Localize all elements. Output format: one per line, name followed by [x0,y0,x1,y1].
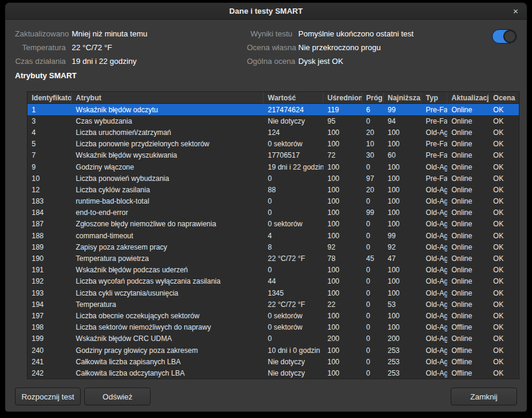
cell-type: Old-Age [421,219,447,230]
column-header-id[interactable]: Identyfikator [27,92,72,103]
cell-assessment: OK [489,161,519,173]
cell-type: Old-Age [421,333,447,345]
cell-assessment: OK [489,127,519,138]
cell-worst: 100 [384,207,422,219]
cell-attribute: Temperatura powietrza [72,253,264,264]
cell-updates: Offline [447,356,489,367]
cell-assessment: OK [489,253,519,264]
cell-normalized: 100 [323,367,362,379]
cell-threshold: 0 [362,115,384,127]
table-row[interactable]: 240Godziny pracy głowicy poza zakresem10… [27,345,519,356]
table-row[interactable]: 188command-timeout4100099Old-AgeOnlineOK [27,230,519,241]
table-row[interactable]: 242Całkowita liczba odczytanych LBANie d… [27,367,519,379]
table-row[interactable]: 187Zgłoszone błędy niemożliwe do naprawi… [27,219,519,230]
cell-attribute: Zapisy poza zakresem pracy [72,241,264,253]
updated-value: Mniej niż minuta temu [72,29,147,38]
smart-dialog: Dane i testy SMART × Zaktualizowano Mnie… [5,2,527,412]
close-button[interactable]: Zamknij [451,388,517,405]
cell-threshold: 99 [362,207,384,219]
cell-value: 88 [264,184,323,195]
cell-normalized: 78 [323,253,362,264]
table-row[interactable]: 10Liczba ponowień wybudzania010097100Pre… [27,173,519,184]
cell-worst: 100 [384,173,422,184]
cell-attribute: Całkowita liczba odczytanych LBA [72,367,264,379]
column-header-assessment[interactable]: Ocena [489,92,519,103]
titlebar[interactable]: Dane i testy SMART × [5,3,527,20]
cell-updates: Online [447,219,489,230]
cell-threshold: 0 [362,345,384,356]
updated-label: Zaktualizowano [15,29,66,38]
cell-id: 199 [27,333,72,345]
cell-threshold: 0 [362,367,384,379]
table-row[interactable]: 193Liczba cykli wczytania/usunięcia13451… [27,287,519,299]
table-body: 1Wskaźnik błędów odczytu217474624119699P… [27,104,519,379]
cell-type: Pre-Fail [421,150,447,161]
table-row[interactable]: 7Wskaźnik błędów wyszukiwania17706517723… [27,150,519,161]
cell-assessment: OK [489,150,519,161]
table-row[interactable]: 241Całkowita liczba zapisanych LBANie do… [27,356,519,367]
table-row[interactable]: 198Liczba sektorów niemożliwych do napra… [27,322,519,333]
column-header-attribute[interactable]: Atrybut [72,92,264,103]
cell-assessment: OK [489,230,519,241]
cell-attribute: Godziny pracy głowicy poza zakresem [72,345,264,356]
cell-worst: 253 [384,356,422,367]
cell-attribute: Wskaźnik błędów CRC UDMA [72,333,264,345]
cell-updates: Online [447,115,489,127]
table-row[interactable]: 190Temperatura powietrza22 °C/72 °F78454… [27,253,519,264]
cell-worst: 100 [384,265,422,276]
cell-attribute: Liczba uruchomień/zatrzymań [72,127,264,138]
cell-updates: Online [447,253,489,264]
table-row[interactable]: 3Czas wybudzaniaNie dotyczy95094Pre-Fail… [27,115,519,127]
smart-enabled-toggle[interactable] [492,29,517,44]
column-header-normalized[interactable]: Uśredniona [323,92,362,103]
cell-value: 0 sektorów [264,219,323,230]
cell-value: 0 [264,265,323,276]
table-row[interactable]: 194Temperatura22 °C/72 °F22053Old-AgeOnl… [27,299,519,310]
column-header-worst[interactable]: Najniższa [384,92,422,103]
cell-updates: Online [447,150,489,161]
table-row[interactable]: 192Liczba wycofań podczas wyłączania zas… [27,276,519,287]
table-row[interactable]: 199Wskaźnik błędów CRC UDMA02000200Old-A… [27,333,519,345]
cell-id: 198 [27,322,72,333]
table-row[interactable]: 189Zapisy poza zakresem pracy892092Old-A… [27,241,519,253]
table-row[interactable]: 4Liczba uruchomień/zatrzymań12410020100O… [27,127,519,138]
table-row[interactable]: 1Wskaźnik błędów odczytu217474624119699P… [27,104,519,115]
cell-worst: 99 [384,104,422,115]
cell-normalized: 100 [323,139,362,150]
cell-worst: 100 [384,276,422,287]
column-header-updates[interactable]: Aktualizacje [447,92,489,103]
cell-id: 240 [27,345,72,356]
column-header-type[interactable]: Typ [421,92,447,103]
cell-threshold: 20 [362,184,384,195]
cell-normalized: 200 [323,333,362,345]
cell-worst: 99 [384,230,422,241]
cell-updates: Online [447,184,489,195]
cell-assessment: OK [489,115,519,127]
cell-attribute: Całkowita liczba zapisanych LBA [72,356,264,367]
cell-type: Pre-Fail [421,104,447,115]
table-row[interactable]: 197Liczba obecnie oczekujących sektorów0… [27,310,519,321]
cell-value: 4 [264,230,323,241]
refresh-button[interactable]: Odśwież [84,388,151,405]
column-header-threshold[interactable]: Próg [362,92,384,103]
cell-updates: Online [447,161,489,173]
cell-attribute: end-to-end-error [72,207,264,219]
table-row[interactable]: 5Liczba ponownie przydzielonych sektorów… [27,139,519,150]
table-row[interactable]: 183runtime-bad-block-total01000100Old-Ag… [27,196,519,207]
cell-assessment: OK [489,367,519,379]
cell-type: Old-Age [421,276,447,287]
cell-threshold: 0 [362,241,384,253]
table-row[interactable]: 184end-to-end-error010099100Old-AgeOnlin… [27,207,519,219]
table-row[interactable]: 191Wskaźnik błędów podczas uderzeń010001… [27,265,519,276]
cell-normalized: 100 [323,345,362,356]
cell-assessment: OK [489,333,519,345]
start-test-button[interactable]: Rozpocznij test [15,388,81,405]
cell-id: 7 [27,150,72,161]
cell-worst: 100 [384,196,422,207]
table-row[interactable]: 9Godziny włączone19 dni i 22 godziny1000… [27,161,519,173]
table-row[interactable]: 12Liczba cyklów zasilania8810020100Old-A… [27,184,519,195]
column-header-value[interactable]: Wartość [264,92,323,103]
cell-worst: 47 [384,253,422,264]
close-icon[interactable]: × [510,3,521,19]
cell-type: Old-Age [421,161,447,173]
